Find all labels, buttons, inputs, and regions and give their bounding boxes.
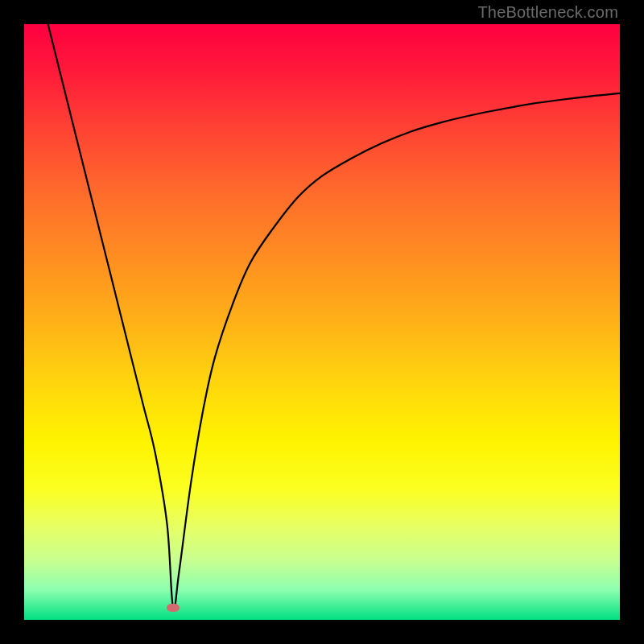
watermark-text: TheBottleneck.com (477, 3, 618, 22)
chart-frame: TheBottleneck.com (0, 0, 644, 644)
curve-path (48, 24, 620, 610)
optimal-point-marker (167, 604, 180, 612)
bottleneck-curve (24, 24, 620, 620)
